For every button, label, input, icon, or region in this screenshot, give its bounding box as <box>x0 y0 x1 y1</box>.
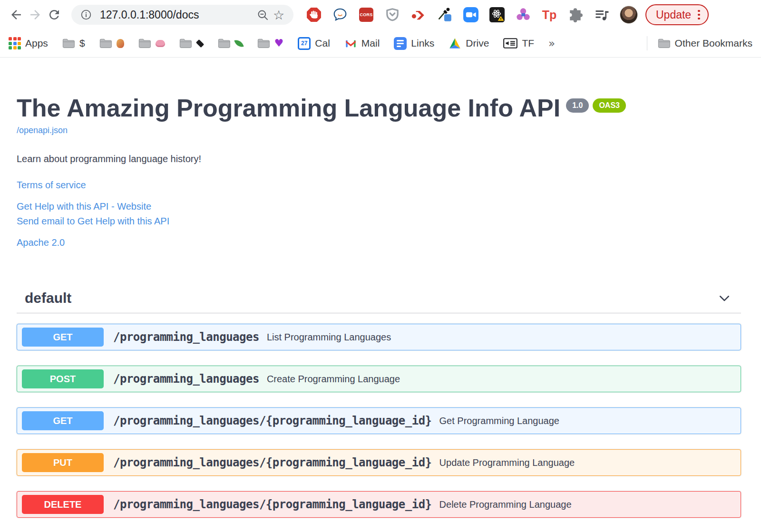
google-drive-icon <box>449 38 461 49</box>
playlist-icon[interactable] <box>594 7 610 23</box>
help-email-link[interactable]: Send email to Get Help with this API <box>17 216 741 227</box>
endpoint-summary: Create Programming Language <box>267 374 400 385</box>
bookmark-drive[interactable]: Drive <box>449 38 489 49</box>
bookmark-star-icon[interactable]: ☆ <box>271 7 287 23</box>
bookmark-folder-graduation[interactable] <box>179 38 204 48</box>
gmail-icon <box>344 39 357 48</box>
reload-button[interactable] <box>45 5 64 24</box>
oas3-badge: OAS3 <box>593 98 626 113</box>
folder-icon <box>62 38 75 48</box>
chrome-update-button[interactable]: Update <box>645 4 709 25</box>
folder-icon <box>257 38 270 48</box>
folder-icon <box>658 38 671 48</box>
zoom-out-icon[interactable] <box>254 7 271 23</box>
purple-recycle-icon[interactable] <box>515 7 531 23</box>
back-arrow-icon <box>9 8 23 22</box>
bookmark-folder-brain[interactable] <box>138 38 165 48</box>
eyedropper-icon[interactable] <box>437 7 453 23</box>
endpoint-row-delete[interactable]: DELETE /programming_languages/{programmi… <box>17 491 741 518</box>
license-link[interactable]: Apache 2.0 <box>17 237 741 248</box>
bookmark-links[interactable]: Links <box>394 37 434 50</box>
method-badge: GET <box>22 411 104 430</box>
shield-icon[interactable] <box>384 7 400 23</box>
redirect-arrow-icon[interactable] <box>410 7 427 23</box>
forward-arrow-icon <box>28 8 42 22</box>
reload-icon <box>47 8 61 22</box>
bookmark-folder-herb[interactable] <box>218 38 243 48</box>
method-badge: DELETE <box>22 495 104 514</box>
version-badge: 1.0 <box>566 98 589 113</box>
endpoint-row-post-create[interactable]: POST /programming_languages Create Progr… <box>17 366 741 392</box>
browser-toolbar: 127.0.0.1:8000/docs ☆ CORS <box>0 0 761 29</box>
folder-icon <box>218 38 231 48</box>
google-calendar-icon: 27 <box>298 37 311 50</box>
adblock-icon[interactable] <box>306 7 322 23</box>
endpoint-row-get-one[interactable]: GET /programming_languages/{programming_… <box>17 407 741 434</box>
forward-button[interactable] <box>26 5 45 24</box>
collapse-chevron-icon[interactable] <box>716 290 732 306</box>
brain-emoji-icon <box>156 40 165 47</box>
folder-icon <box>179 38 192 48</box>
herb-emoji-icon <box>234 39 244 48</box>
back-button[interactable] <box>7 5 26 24</box>
url-text[interactable]: 127.0.0.1:8000/docs <box>100 9 254 21</box>
bookmark-apps[interactable]: Apps <box>9 37 48 49</box>
profile-avatar[interactable] <box>620 6 638 24</box>
folder-icon <box>99 38 112 48</box>
page-title: The Amazing Programming Language Info AP… <box>17 95 741 122</box>
announcement-card-icon <box>503 38 517 49</box>
bookmark-folder-heart[interactable]: ♥ <box>257 38 284 48</box>
method-badge: POST <box>22 369 104 388</box>
endpoint-path: /programming_languages <box>113 330 259 344</box>
tp-extension-icon[interactable]: Tp <box>541 7 557 23</box>
method-badge: GET <box>22 328 104 347</box>
bookmark-folder-dollar[interactable]: $ <box>62 38 85 49</box>
endpoint-summary: List Programming Languages <box>267 332 391 343</box>
react-devtools-icon[interactable] <box>489 7 505 23</box>
chat-bubble-icon[interactable] <box>332 7 348 23</box>
cors-extension-icon[interactable]: CORS <box>358 7 374 23</box>
endpoint-path: /programming_languages <box>113 372 259 386</box>
graduation-cap-emoji-icon <box>195 39 204 47</box>
carousel-horse-emoji-icon <box>117 39 124 48</box>
endpoint-summary: Get Programming Language <box>439 416 559 426</box>
api-description: Learn about programming language history… <box>17 154 741 164</box>
bookmark-mail[interactable]: Mail <box>344 38 380 49</box>
endpoint-row-put-update[interactable]: PUT /programming_languages/{programming_… <box>17 449 741 476</box>
endpoint-path: /programming_languages/{programming_lang… <box>113 414 432 427</box>
other-bookmarks[interactable]: Other Bookmarks <box>658 38 752 49</box>
bookmarks-divider <box>647 36 647 50</box>
terms-of-service-link[interactable]: Terms of service <box>17 180 741 191</box>
folder-icon <box>138 38 151 48</box>
zoom-camera-icon[interactable] <box>463 7 479 23</box>
endpoint-path: /programming_languages/{programming_lang… <box>113 498 432 511</box>
puzzle-icon[interactable] <box>567 7 584 23</box>
extensions-row: CORS Tp <box>306 6 638 24</box>
purple-heart-emoji-icon: ♥ <box>274 38 284 48</box>
bookmark-tf[interactable]: TF <box>503 38 534 49</box>
help-website-link[interactable]: Get Help with this API - Website <box>17 201 741 212</box>
method-badge: PUT <box>22 453 104 472</box>
bookmark-calendar[interactable]: 27 Cal <box>298 37 330 50</box>
bookmarks-bar: Apps $ ♥ 27 Cal Mail Links Drive <box>0 29 761 58</box>
browser-menu-kebab-icon[interactable] <box>698 10 700 20</box>
apps-grid-icon <box>9 37 21 49</box>
bookmark-folder-carousel[interactable] <box>99 38 124 48</box>
update-label: Update <box>656 9 691 21</box>
url-bar[interactable]: 127.0.0.1:8000/docs ☆ <box>71 5 293 25</box>
bookmarks-overflow-chevron[interactable]: » <box>548 37 555 49</box>
endpoint-summary: Delete Programming Language <box>439 499 572 510</box>
links-icon <box>394 37 407 50</box>
openapi-spec-link[interactable]: /openapi.json <box>17 126 68 135</box>
page-info-icon[interactable] <box>78 7 94 23</box>
endpoint-path: /programming_languages/{programming_lang… <box>113 456 432 469</box>
section-title: default <box>25 290 71 306</box>
default-section-header[interactable]: default <box>17 290 741 313</box>
endpoint-row-get-list[interactable]: GET /programming_languages List Programm… <box>17 324 741 350</box>
swagger-docs-page: The Amazing Programming Language Info AP… <box>0 95 761 518</box>
endpoint-summary: Update Programming Language <box>439 457 575 468</box>
